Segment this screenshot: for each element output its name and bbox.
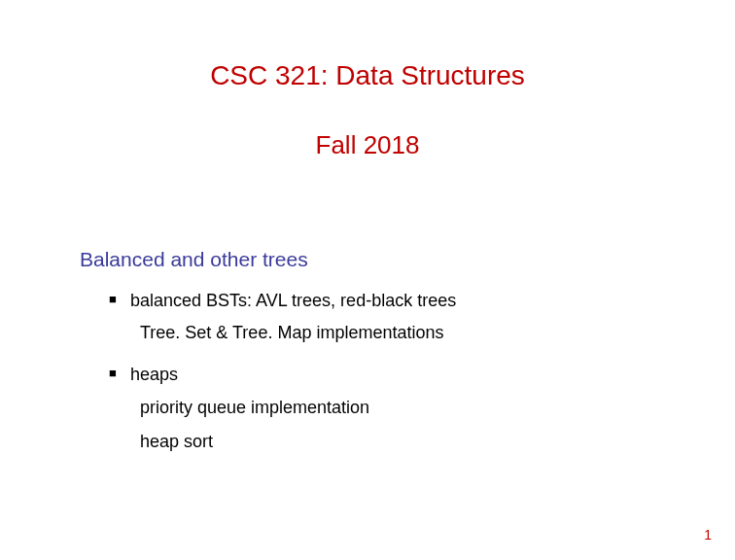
bullet-marker-icon: ■ [109, 366, 121, 380]
page-number: 1 [704, 527, 712, 542]
bullet-item: ■ balanced BSTs: AVL trees, red-black tr… [109, 289, 735, 313]
bullet-marker-icon: ■ [109, 292, 121, 306]
bullet-text: heaps [130, 363, 178, 387]
bullet-subline: heap sort [140, 430, 735, 454]
section-heading: Balanced and other trees [80, 248, 735, 271]
slide: CSC 321: Data Structures Fall 2018 Balan… [0, 0, 735, 560]
bullet-subline: Tree. Set & Tree. Map implementations [140, 321, 735, 345]
slide-title: CSC 321: Data Structures [0, 60, 735, 91]
bullet-text: balanced BSTs: AVL trees, red-black tree… [130, 289, 456, 313]
slide-subtitle: Fall 2018 [0, 130, 735, 160]
bullet-item: ■ heaps [109, 363, 735, 387]
bullet-subline: priority queue implementation [140, 396, 735, 420]
bullet-list: ■ balanced BSTs: AVL trees, red-black tr… [109, 289, 735, 454]
